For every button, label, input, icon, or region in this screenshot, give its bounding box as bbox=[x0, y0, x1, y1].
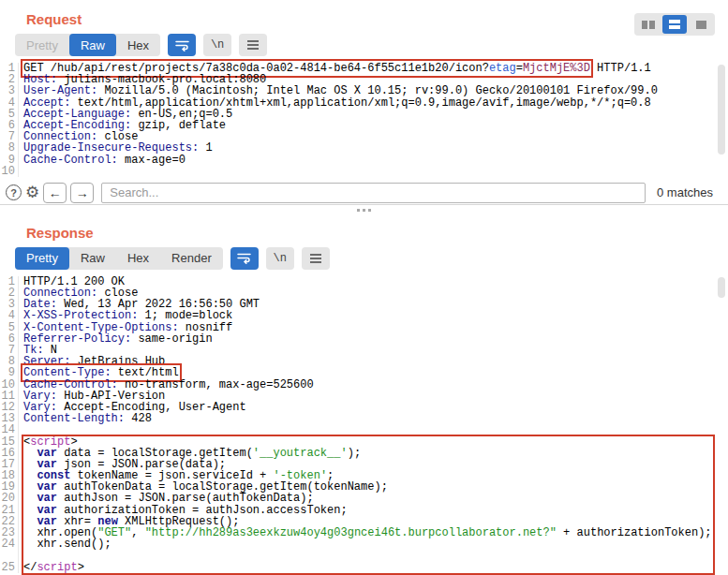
code-text: xhr.send(); bbox=[19, 538, 111, 550]
line-number: 4 bbox=[0, 310, 19, 321]
columns-view-button[interactable] bbox=[636, 15, 661, 34]
request-panel: Request PrettyRawHex \n 1GET /hub/api/re… bbox=[0, 11, 728, 204]
line-number: 14 bbox=[0, 424, 19, 435]
request-editor[interactable]: 1GET /hub/api/rest/projects/7a38c0da-0a0… bbox=[0, 60, 728, 180]
stacked-view-button[interactable] bbox=[662, 15, 687, 34]
code-line bbox=[0, 550, 728, 561]
tab-hex[interactable]: Hex bbox=[116, 34, 160, 56]
code-line: 14 bbox=[0, 424, 728, 435]
vertical-scrollbar[interactable] bbox=[718, 65, 725, 155]
tab-pretty[interactable]: Pretty bbox=[15, 247, 69, 270]
tab-raw[interactable]: Raw bbox=[69, 34, 116, 56]
code-line: 25</script> bbox=[0, 562, 728, 573]
code-text: xhr.open("GET", "http://hh289as3eexkzuw4… bbox=[19, 527, 712, 538]
response-editor[interactable]: 1HTTP/1.1 200 OK2Connection: close3Date:… bbox=[0, 273, 728, 575]
panel-splitter-handle[interactable] bbox=[0, 204, 728, 217]
line-number: 24 bbox=[0, 538, 19, 550]
view-toggle-group bbox=[634, 13, 715, 36]
wrap-lines-icon[interactable] bbox=[168, 34, 196, 56]
line-number: 10 bbox=[0, 379, 19, 391]
request-tab-group: PrettyRawHex bbox=[15, 34, 160, 56]
search-prev-icon[interactable]: ← bbox=[43, 183, 67, 203]
request-search-bar: ? ⚙ ← → 0 matches bbox=[6, 182, 722, 204]
menu-icon[interactable] bbox=[302, 247, 330, 270]
code-line: 9Cache-Control: max-age=0 bbox=[0, 155, 728, 166]
request-header-row: Request bbox=[0, 11, 728, 27]
tab-render[interactable]: Render bbox=[160, 247, 223, 270]
tab-pretty[interactable]: Pretty bbox=[15, 34, 69, 56]
newline-icon: \n bbox=[211, 38, 224, 52]
menu-icon[interactable] bbox=[239, 34, 267, 56]
line-number: 10 bbox=[0, 166, 19, 177]
wrap-lines-icon[interactable] bbox=[230, 247, 259, 270]
response-tab-group: PrettyRawHexRender bbox=[15, 247, 223, 270]
line-number: 9 bbox=[0, 155, 19, 166]
line-number: 9 bbox=[0, 367, 19, 378]
show-newlines-button[interactable]: \n bbox=[203, 34, 231, 56]
code-line: 10 bbox=[0, 166, 728, 177]
line-number: 20 bbox=[0, 493, 19, 504]
line-number: 5 bbox=[0, 322, 19, 333]
line-number: 8 bbox=[0, 142, 19, 154]
code-text: </script> bbox=[19, 562, 84, 573]
single-view-button[interactable] bbox=[689, 15, 713, 34]
wrap-lines-glyph bbox=[175, 39, 189, 52]
search-match-count: 0 matches bbox=[657, 185, 713, 199]
response-toolbar: PrettyRawHexRender \n bbox=[15, 247, 728, 270]
search-settings-gear-icon[interactable]: ⚙ bbox=[25, 184, 39, 200]
show-newlines-button[interactable]: \n bbox=[266, 247, 294, 270]
request-toolbar: PrettyRawHex \n bbox=[15, 34, 728, 56]
code-line: 13Content-Length: 428 bbox=[0, 413, 728, 424]
code-text: Content-Length: 428 bbox=[19, 413, 152, 424]
request-panel-title: Request bbox=[26, 11, 728, 27]
search-next-icon[interactable]: → bbox=[70, 183, 94, 203]
wrap-lines-glyph bbox=[237, 252, 251, 264]
search-input[interactable] bbox=[101, 183, 646, 203]
help-icon[interactable]: ? bbox=[6, 184, 22, 200]
vertical-scrollbar[interactable] bbox=[718, 277, 725, 298]
line-number: 3 bbox=[0, 85, 19, 96]
response-panel-title: Response bbox=[26, 225, 728, 241]
line-number bbox=[0, 550, 19, 561]
code-text bbox=[19, 166, 23, 177]
line-number: 25 bbox=[0, 562, 19, 573]
code-line: 6Referrer-Policy: same-origin bbox=[0, 333, 728, 345]
tab-raw[interactable]: Raw bbox=[69, 247, 116, 270]
code-line: 24 xhr.send(); bbox=[0, 538, 728, 550]
code-text: Cache-Control: max-age=0 bbox=[19, 155, 186, 166]
newline-icon: \n bbox=[274, 252, 287, 265]
line-number: 21 bbox=[0, 505, 19, 516]
tab-hex[interactable]: Hex bbox=[116, 247, 160, 270]
line-number: 15 bbox=[0, 436, 19, 448]
response-panel: Response PrettyRawHexRender \n 1HTTP/1.1… bbox=[0, 225, 728, 575]
line-number: 4 bbox=[0, 97, 19, 109]
